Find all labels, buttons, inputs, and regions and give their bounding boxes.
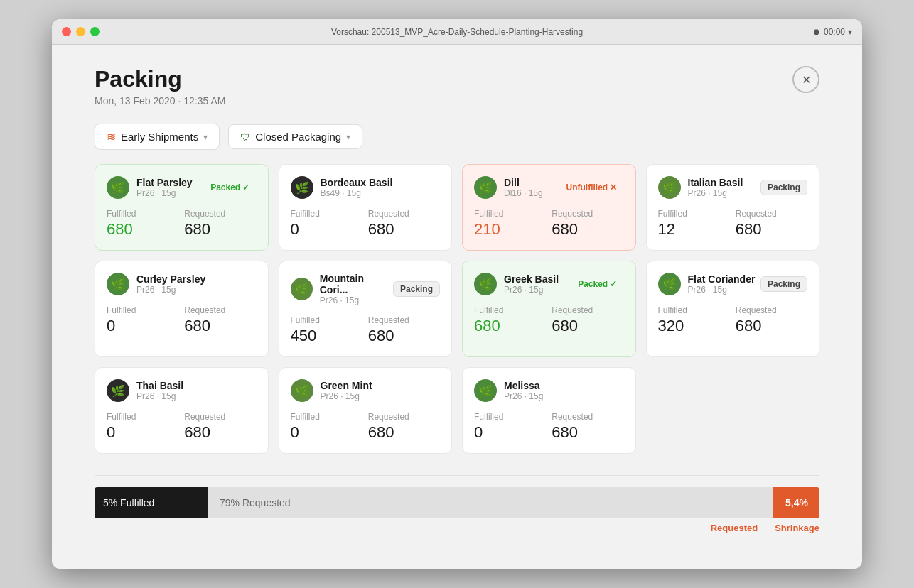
card-name-group: Green Mint Pr26 · 15g bbox=[321, 380, 372, 401]
cards-grid: 🌿 Flat Parsley Pr26 · 15g Packed ✓ Fulfi… bbox=[95, 164, 819, 454]
herb-card-4[interactable]: 🌿 Curley Parsley Pr26 · 15g Fulfilled 0 … bbox=[95, 261, 269, 357]
fulfilled-value: 320 bbox=[658, 317, 730, 335]
packed-badge: Packed ✓ bbox=[204, 180, 256, 195]
requested-metric: Requested 680 bbox=[368, 412, 440, 442]
herb-card-2[interactable]: 🌿 Dill Dl16 · 15g Unfulfilled ✕ Fulfille… bbox=[462, 164, 636, 251]
fulfilled-value: 0 bbox=[107, 317, 178, 335]
herb-icon: 🌿 bbox=[107, 379, 129, 402]
card-title-group: 🌿 Greek Basil Pr26 · 15g bbox=[474, 273, 559, 295]
requested-metric-label: Requested bbox=[736, 209, 807, 219]
card-title-group: 🌿 Mountain Cori... Pr26 · 15g bbox=[291, 273, 393, 305]
herb-card-3[interactable]: 🌿 Italian Basil Pr26 · 15g Packing Fulfi… bbox=[646, 164, 820, 251]
requested-value: 680 bbox=[184, 317, 256, 335]
closed-packaging-icon: 🛡 bbox=[240, 131, 250, 143]
fulfilled-metric-label: Fulfilled bbox=[474, 412, 546, 422]
card-title-group: 🌿 Dill Dl16 · 15g bbox=[474, 176, 543, 199]
playback-icon: ⏺ bbox=[812, 27, 821, 37]
requested-metric: Requested 680 bbox=[368, 209, 440, 239]
fulfilled-metric: Fulfilled 450 bbox=[291, 315, 362, 345]
fulfilled-metric: Fulfilled 210 bbox=[474, 209, 546, 239]
herb-card-1[interactable]: 🌿 Bordeaux Basil Bs49 · 15g Fulfilled 0 … bbox=[279, 164, 453, 251]
requested-value: 680 bbox=[552, 220, 623, 239]
card-sub: Pr26 · 15g bbox=[136, 285, 205, 295]
title-bar-title: Vorschau: 200513_MVP_Acre-Daily-Schedule… bbox=[331, 27, 583, 37]
card-title-group: 🌿 Green Mint Pr26 · 15g bbox=[291, 379, 372, 402]
requested-metric-label: Requested bbox=[184, 209, 256, 219]
card-name: Green Mint bbox=[321, 380, 372, 391]
progress-right: 5,4% bbox=[773, 487, 819, 518]
early-shipments-chevron: ▾ bbox=[203, 132, 208, 142]
fulfilled-metric-label: Fulfilled bbox=[474, 305, 546, 315]
card-metrics: Fulfilled 210 Requested 680 bbox=[474, 209, 624, 239]
requested-metric: Requested 680 bbox=[552, 209, 623, 239]
requested-value: 680 bbox=[552, 423, 623, 442]
fulfilled-value: 0 bbox=[474, 423, 546, 442]
progress-bar-wrapper: 5% Fulfilled 79% Requested 5,4% bbox=[95, 487, 819, 518]
card-metrics: Fulfilled 450 Requested 680 bbox=[291, 315, 441, 345]
fulfilled-metric: Fulfilled 0 bbox=[107, 412, 178, 442]
title-bar-right: ⏺ 00:00 ▾ bbox=[812, 27, 852, 37]
herb-card-8[interactable]: 🌿 Thai Basil Pr26 · 15g Fulfilled 0 Requ… bbox=[95, 367, 269, 454]
traffic-lights bbox=[62, 27, 100, 36]
maximize-light[interactable] bbox=[90, 27, 100, 36]
herb-card-10[interactable]: 🌿 Melissa Pr26 · 15g Fulfilled 0 Request… bbox=[462, 367, 636, 454]
fulfilled-value: 210 bbox=[474, 220, 546, 239]
card-header: 🌿 Melissa Pr26 · 15g bbox=[474, 379, 624, 402]
closed-packaging-filter[interactable]: 🛡 Closed Packaging ▾ bbox=[228, 124, 362, 149]
requested-bar-label: 79% Requested bbox=[208, 487, 291, 518]
requested-metric: Requested 680 bbox=[552, 412, 623, 442]
card-title-group: 🌿 Bordeaux Basil Bs49 · 15g bbox=[291, 176, 393, 199]
fulfilled-metric-label: Fulfilled bbox=[107, 305, 178, 315]
fulfilled-metric: Fulfilled 0 bbox=[291, 209, 362, 239]
card-name: Melissa bbox=[504, 380, 543, 391]
card-title-group: 🌿 Italian Basil Pr26 · 15g bbox=[658, 176, 743, 199]
early-shipments-label: Early Shipments bbox=[121, 131, 198, 143]
minimize-light[interactable] bbox=[76, 27, 85, 36]
requested-value: 680 bbox=[184, 220, 256, 239]
main-window: Vorschau: 200513_MVP_Acre-Daily-Schedule… bbox=[52, 19, 862, 569]
card-metrics: Fulfilled 0 Requested 680 bbox=[107, 305, 257, 335]
card-title-group: 🌿 Melissa Pr26 · 15g bbox=[474, 379, 543, 402]
herb-card-0[interactable]: 🌿 Flat Parsley Pr26 · 15g Packed ✓ Fulfi… bbox=[95, 164, 269, 251]
progress-section: 5% Fulfilled 79% Requested 5,4% Requeste… bbox=[95, 475, 819, 548]
fulfilled-metric: Fulfilled 680 bbox=[474, 305, 546, 335]
card-name-group: Greek Basil Pr26 · 15g bbox=[504, 273, 559, 295]
fulfilled-value: 0 bbox=[291, 220, 362, 239]
fulfilled-metric-label: Fulfilled bbox=[291, 209, 362, 219]
herb-card-6[interactable]: 🌿 Greek Basil Pr26 · 15g Packed ✓ Fulfil… bbox=[462, 261, 636, 357]
card-name-group: Dill Dl16 · 15g bbox=[504, 177, 543, 198]
close-light[interactable] bbox=[62, 27, 71, 36]
requested-metric: Requested 680 bbox=[184, 305, 256, 335]
card-sub: Bs49 · 15g bbox=[321, 188, 393, 198]
requested-metric-label: Requested bbox=[368, 209, 440, 219]
herb-card-5[interactable]: 🌿 Mountain Cori... Pr26 · 15g Packing Fu… bbox=[279, 261, 453, 357]
packing-badge: Packing bbox=[760, 180, 807, 195]
requested-metric-label: Requested bbox=[552, 305, 623, 315]
fulfilled-value: 450 bbox=[291, 327, 362, 345]
card-header: 🌿 Green Mint Pr26 · 15g bbox=[291, 379, 441, 402]
card-metrics: Fulfilled 0 Requested 680 bbox=[291, 412, 441, 442]
card-header: 🌿 Dill Dl16 · 15g Unfulfilled ✕ bbox=[474, 176, 624, 199]
closed-packaging-chevron: ▾ bbox=[346, 132, 350, 142]
fulfilled-metric: Fulfilled 12 bbox=[658, 209, 730, 239]
card-header: 🌿 Thai Basil Pr26 · 15g bbox=[107, 379, 257, 402]
fulfilled-metric-label: Fulfilled bbox=[291, 412, 362, 422]
card-title-group: 🌿 Thai Basil Pr26 · 15g bbox=[107, 379, 183, 402]
early-shipments-filter[interactable]: ≋ Early Shipments ▾ bbox=[95, 124, 220, 150]
card-header: 🌿 Italian Basil Pr26 · 15g Packing bbox=[658, 176, 808, 199]
card-name: Curley Parsley bbox=[136, 273, 205, 285]
fulfilled-metric-label: Fulfilled bbox=[474, 209, 546, 219]
herb-card-9[interactable]: 🌿 Green Mint Pr26 · 15g Fulfilled 0 Requ… bbox=[279, 367, 453, 454]
card-header: 🌿 Mountain Cori... Pr26 · 15g Packing bbox=[291, 273, 441, 305]
playback-time: 00:00 bbox=[824, 27, 845, 37]
filters-row: ≋ Early Shipments ▾ 🛡 Closed Packaging ▾ bbox=[95, 124, 819, 150]
card-name: Flat Parsley bbox=[136, 177, 193, 188]
herb-card-7[interactable]: 🌿 Flat Coriander Pr26 · 15g Packing Fulf… bbox=[646, 261, 820, 357]
fulfilled-metric-label: Fulfilled bbox=[658, 209, 730, 219]
requested-value: 680 bbox=[184, 423, 256, 442]
herb-icon: 🌿 bbox=[291, 379, 313, 402]
close-button[interactable]: ✕ bbox=[792, 66, 819, 93]
fulfilled-metric: Fulfilled 0 bbox=[107, 305, 178, 335]
requested-metric: Requested 680 bbox=[368, 315, 440, 345]
fulfilled-metric: Fulfilled 680 bbox=[107, 209, 178, 239]
